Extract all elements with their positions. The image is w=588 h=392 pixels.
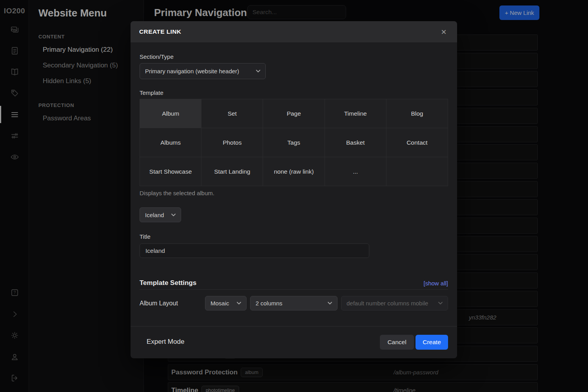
modal-title: CREATE LINK	[139, 28, 181, 35]
template-option-blog[interactable]: Blog	[387, 99, 448, 128]
modal-footer: Expert Mode Cancel Create	[131, 326, 457, 358]
template-option-album[interactable]: Album	[140, 99, 201, 128]
close-icon[interactable]: ✕	[438, 27, 449, 38]
chevron-down-icon	[328, 302, 332, 305]
columns-select[interactable]: 2 columns	[250, 296, 338, 310]
cancel-button[interactable]: Cancel	[380, 335, 414, 350]
template-option-photos[interactable]: Photos	[201, 128, 263, 157]
template-option-tags[interactable]: Tags	[263, 128, 324, 157]
template-caption: Displays the selected album.	[140, 190, 214, 196]
template-grid: AlbumSetPageTimelineBlogAlbumsPhotosTags…	[140, 99, 448, 186]
modal-header: CREATE LINK	[131, 21, 457, 42]
create-button[interactable]: Create	[416, 335, 448, 350]
template-option-[interactable]: ...	[325, 157, 386, 186]
section-type-label: Section/Type	[140, 53, 174, 60]
album-select-value: Iceland	[145, 212, 164, 218]
chevron-down-icon	[237, 302, 241, 305]
template-label: Template	[140, 89, 163, 96]
template-option-start-showcase[interactable]: Start Showcase	[140, 157, 201, 186]
show-all-link[interactable]: [show all]	[423, 280, 448, 287]
title-label: Title	[140, 233, 151, 240]
template-settings-heading: Template Settings	[140, 279, 196, 287]
template-option-page[interactable]: Page	[263, 99, 324, 128]
chevron-down-icon	[438, 302, 443, 305]
album-layout-label: Album Layout	[140, 296, 178, 310]
template-option-contact[interactable]: Contact	[387, 128, 448, 157]
mobile-columns-placeholder: default number columns mobile	[347, 300, 428, 307]
title-input[interactable]	[140, 243, 369, 258]
layout-style-select[interactable]: Mosaic	[205, 296, 247, 310]
template-option-basket[interactable]: Basket	[325, 128, 386, 157]
mobile-columns-select: default number columns mobile	[341, 296, 448, 310]
chevron-down-icon	[256, 70, 260, 73]
columns-value: 2 columns	[256, 300, 282, 307]
template-option-empty	[387, 157, 448, 186]
template-option-timeline[interactable]: Timeline	[325, 99, 386, 128]
settings-divider	[140, 289, 448, 290]
template-option-albums[interactable]: Albums	[140, 128, 201, 157]
section-type-select[interactable]: Primary navigation (website header)	[140, 63, 266, 79]
album-select[interactable]: Iceland	[140, 207, 181, 222]
template-option-set[interactable]: Set	[201, 99, 263, 128]
create-link-modal: CREATE LINK ✕ Section/Type Primary navig…	[131, 21, 457, 358]
layout-style-value: Mosaic	[211, 300, 229, 307]
template-option-start-landing[interactable]: Start Landing	[201, 157, 263, 186]
expert-mode-toggle[interactable]: Expert Mode	[147, 338, 184, 346]
template-option-none-raw-link[interactable]: none (raw link)	[263, 157, 324, 186]
section-type-value: Primary navigation (website header)	[145, 68, 239, 74]
chevron-down-icon	[171, 214, 176, 216]
